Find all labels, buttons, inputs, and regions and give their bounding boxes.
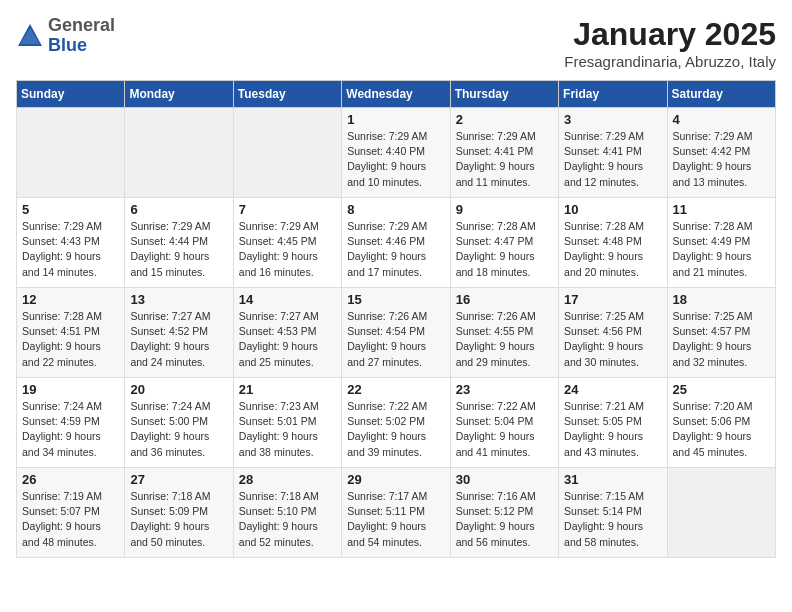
calendar-cell: 21Sunrise: 7:23 AM Sunset: 5:01 PM Dayli… <box>233 378 341 468</box>
calendar-cell: 18Sunrise: 7:25 AM Sunset: 4:57 PM Dayli… <box>667 288 775 378</box>
day-number: 10 <box>564 202 661 217</box>
day-number: 1 <box>347 112 444 127</box>
day-number: 30 <box>456 472 553 487</box>
calendar-cell: 2Sunrise: 7:29 AM Sunset: 4:41 PM Daylig… <box>450 108 558 198</box>
day-number: 17 <box>564 292 661 307</box>
day-info: Sunrise: 7:17 AM Sunset: 5:11 PM Dayligh… <box>347 489 444 550</box>
header-day-sunday: Sunday <box>17 81 125 108</box>
day-info: Sunrise: 7:27 AM Sunset: 4:53 PM Dayligh… <box>239 309 336 370</box>
day-info: Sunrise: 7:26 AM Sunset: 4:55 PM Dayligh… <box>456 309 553 370</box>
day-info: Sunrise: 7:29 AM Sunset: 4:44 PM Dayligh… <box>130 219 227 280</box>
calendar-cell: 20Sunrise: 7:24 AM Sunset: 5:00 PM Dayli… <box>125 378 233 468</box>
day-number: 9 <box>456 202 553 217</box>
day-info: Sunrise: 7:28 AM Sunset: 4:48 PM Dayligh… <box>564 219 661 280</box>
calendar-cell: 4Sunrise: 7:29 AM Sunset: 4:42 PM Daylig… <box>667 108 775 198</box>
day-number: 18 <box>673 292 770 307</box>
day-info: Sunrise: 7:26 AM Sunset: 4:54 PM Dayligh… <box>347 309 444 370</box>
day-info: Sunrise: 7:27 AM Sunset: 4:52 PM Dayligh… <box>130 309 227 370</box>
day-number: 26 <box>22 472 119 487</box>
location-title: Fresagrandinaria, Abruzzo, Italy <box>564 53 776 70</box>
calendar-body: 1Sunrise: 7:29 AM Sunset: 4:40 PM Daylig… <box>17 108 776 558</box>
day-number: 23 <box>456 382 553 397</box>
header-day-thursday: Thursday <box>450 81 558 108</box>
calendar-cell: 8Sunrise: 7:29 AM Sunset: 4:46 PM Daylig… <box>342 198 450 288</box>
day-info: Sunrise: 7:18 AM Sunset: 5:10 PM Dayligh… <box>239 489 336 550</box>
day-number: 27 <box>130 472 227 487</box>
page-header: General Blue January 2025 Fresagrandinar… <box>16 16 776 70</box>
calendar-cell: 31Sunrise: 7:15 AM Sunset: 5:14 PM Dayli… <box>559 468 667 558</box>
calendar-cell: 14Sunrise: 7:27 AM Sunset: 4:53 PM Dayli… <box>233 288 341 378</box>
day-number: 2 <box>456 112 553 127</box>
week-row-4: 19Sunrise: 7:24 AM Sunset: 4:59 PM Dayli… <box>17 378 776 468</box>
header-day-saturday: Saturday <box>667 81 775 108</box>
calendar-cell: 16Sunrise: 7:26 AM Sunset: 4:55 PM Dayli… <box>450 288 558 378</box>
logo-blue: Blue <box>48 36 115 56</box>
day-number: 3 <box>564 112 661 127</box>
logo-general: General <box>48 16 115 36</box>
week-row-3: 12Sunrise: 7:28 AM Sunset: 4:51 PM Dayli… <box>17 288 776 378</box>
day-info: Sunrise: 7:29 AM Sunset: 4:42 PM Dayligh… <box>673 129 770 190</box>
calendar-cell: 27Sunrise: 7:18 AM Sunset: 5:09 PM Dayli… <box>125 468 233 558</box>
day-number: 31 <box>564 472 661 487</box>
day-info: Sunrise: 7:29 AM Sunset: 4:40 PM Dayligh… <box>347 129 444 190</box>
day-info: Sunrise: 7:29 AM Sunset: 4:45 PM Dayligh… <box>239 219 336 280</box>
day-number: 21 <box>239 382 336 397</box>
calendar-cell: 15Sunrise: 7:26 AM Sunset: 4:54 PM Dayli… <box>342 288 450 378</box>
calendar-cell: 25Sunrise: 7:20 AM Sunset: 5:06 PM Dayli… <box>667 378 775 468</box>
calendar-cell <box>125 108 233 198</box>
day-info: Sunrise: 7:22 AM Sunset: 5:02 PM Dayligh… <box>347 399 444 460</box>
calendar-cell: 17Sunrise: 7:25 AM Sunset: 4:56 PM Dayli… <box>559 288 667 378</box>
calendar-cell: 10Sunrise: 7:28 AM Sunset: 4:48 PM Dayli… <box>559 198 667 288</box>
day-number: 5 <box>22 202 119 217</box>
day-info: Sunrise: 7:25 AM Sunset: 4:57 PM Dayligh… <box>673 309 770 370</box>
day-number: 29 <box>347 472 444 487</box>
calendar-cell: 11Sunrise: 7:28 AM Sunset: 4:49 PM Dayli… <box>667 198 775 288</box>
calendar-cell: 6Sunrise: 7:29 AM Sunset: 4:44 PM Daylig… <box>125 198 233 288</box>
calendar-header-row: SundayMondayTuesdayWednesdayThursdayFrid… <box>17 81 776 108</box>
logo-text: General Blue <box>48 16 115 56</box>
day-info: Sunrise: 7:28 AM Sunset: 4:51 PM Dayligh… <box>22 309 119 370</box>
day-number: 24 <box>564 382 661 397</box>
day-number: 8 <box>347 202 444 217</box>
calendar-cell: 28Sunrise: 7:18 AM Sunset: 5:10 PM Dayli… <box>233 468 341 558</box>
day-number: 19 <box>22 382 119 397</box>
week-row-2: 5Sunrise: 7:29 AM Sunset: 4:43 PM Daylig… <box>17 198 776 288</box>
day-number: 28 <box>239 472 336 487</box>
day-number: 25 <box>673 382 770 397</box>
calendar-table: SundayMondayTuesdayWednesdayThursdayFrid… <box>16 80 776 558</box>
header-day-monday: Monday <box>125 81 233 108</box>
header-day-tuesday: Tuesday <box>233 81 341 108</box>
day-number: 12 <box>22 292 119 307</box>
day-number: 22 <box>347 382 444 397</box>
calendar-cell: 9Sunrise: 7:28 AM Sunset: 4:47 PM Daylig… <box>450 198 558 288</box>
day-info: Sunrise: 7:25 AM Sunset: 4:56 PM Dayligh… <box>564 309 661 370</box>
day-number: 6 <box>130 202 227 217</box>
day-info: Sunrise: 7:16 AM Sunset: 5:12 PM Dayligh… <box>456 489 553 550</box>
day-number: 14 <box>239 292 336 307</box>
calendar-cell: 30Sunrise: 7:16 AM Sunset: 5:12 PM Dayli… <box>450 468 558 558</box>
day-number: 20 <box>130 382 227 397</box>
svg-marker-1 <box>20 28 40 44</box>
calendar-cell: 12Sunrise: 7:28 AM Sunset: 4:51 PM Dayli… <box>17 288 125 378</box>
calendar-cell: 3Sunrise: 7:29 AM Sunset: 4:41 PM Daylig… <box>559 108 667 198</box>
calendar-cell <box>17 108 125 198</box>
day-info: Sunrise: 7:28 AM Sunset: 4:49 PM Dayligh… <box>673 219 770 280</box>
day-info: Sunrise: 7:29 AM Sunset: 4:46 PM Dayligh… <box>347 219 444 280</box>
header-day-friday: Friday <box>559 81 667 108</box>
day-info: Sunrise: 7:22 AM Sunset: 5:04 PM Dayligh… <box>456 399 553 460</box>
calendar-cell: 29Sunrise: 7:17 AM Sunset: 5:11 PM Dayli… <box>342 468 450 558</box>
calendar-cell: 22Sunrise: 7:22 AM Sunset: 5:02 PM Dayli… <box>342 378 450 468</box>
month-title: January 2025 <box>564 16 776 53</box>
day-number: 11 <box>673 202 770 217</box>
day-number: 15 <box>347 292 444 307</box>
day-number: 16 <box>456 292 553 307</box>
day-info: Sunrise: 7:23 AM Sunset: 5:01 PM Dayligh… <box>239 399 336 460</box>
day-info: Sunrise: 7:29 AM Sunset: 4:43 PM Dayligh… <box>22 219 119 280</box>
day-info: Sunrise: 7:24 AM Sunset: 4:59 PM Dayligh… <box>22 399 119 460</box>
day-info: Sunrise: 7:21 AM Sunset: 5:05 PM Dayligh… <box>564 399 661 460</box>
calendar-cell: 13Sunrise: 7:27 AM Sunset: 4:52 PM Dayli… <box>125 288 233 378</box>
day-number: 4 <box>673 112 770 127</box>
calendar-cell: 5Sunrise: 7:29 AM Sunset: 4:43 PM Daylig… <box>17 198 125 288</box>
day-info: Sunrise: 7:18 AM Sunset: 5:09 PM Dayligh… <box>130 489 227 550</box>
calendar-cell: 24Sunrise: 7:21 AM Sunset: 5:05 PM Dayli… <box>559 378 667 468</box>
